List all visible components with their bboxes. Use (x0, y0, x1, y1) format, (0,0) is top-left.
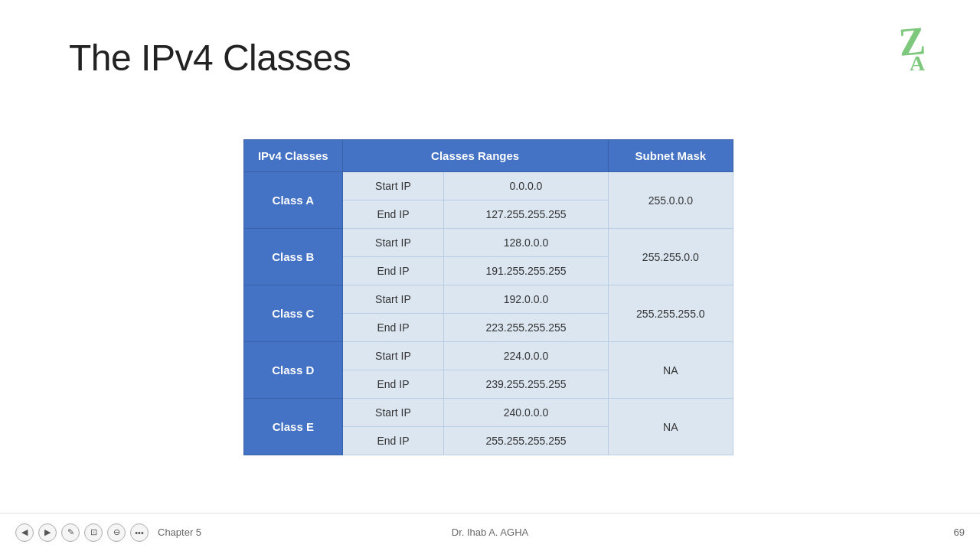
end-label-1: End IP (342, 257, 444, 285)
subnet-cell-4: NA (608, 399, 733, 455)
end-label-4: End IP (342, 427, 444, 455)
slide: The IPv4 Classes Z A IPv4 Classes Classe… (0, 0, 980, 551)
edit-button[interactable]: ✎ (61, 523, 80, 542)
table-row: Class AStart IP0.0.0.0255.0.0.0 (244, 172, 733, 201)
ipv4-table-wrapper: IPv4 Classes Classes Ranges Subnet Mask … (243, 139, 733, 455)
class-cell-class-e: Class E (244, 399, 343, 455)
class-cell-class-c: Class C (244, 285, 343, 342)
start-ip-4: 240.0.0.0 (444, 399, 608, 427)
col-header-subnet: Subnet Mask (608, 140, 733, 172)
col-header-classes: IPv4 Classes (244, 140, 343, 172)
start-ip-3: 224.0.0.0 (444, 342, 608, 370)
nav-back-button[interactable]: ◀ (15, 523, 34, 542)
svg-text:A: A (910, 51, 926, 75)
start-label-1: Start IP (342, 229, 444, 257)
end-ip-0: 127.255.255.255 (444, 201, 608, 229)
end-label-2: End IP (342, 314, 444, 342)
end-ip-1: 191.255.255.255 (444, 257, 608, 285)
bottom-bar: ◀ ▶ ✎ ⊡ ⊖ ••• Chapter 5 Dr. Ihab A. AGHA… (0, 513, 980, 551)
class-cell-class-d: Class D (244, 342, 343, 399)
start-label-0: Start IP (342, 172, 444, 201)
more-button[interactable]: ••• (130, 523, 149, 542)
subnet-cell-2: 255.255.255.0 (608, 285, 733, 342)
class-cell-class-a: Class A (244, 172, 343, 229)
page-number: 69 (954, 527, 965, 538)
subnet-cell-1: 255.255.0.0 (608, 229, 733, 285)
subnet-cell-0: 255.0.0.0 (608, 172, 733, 229)
nav-forward-button[interactable]: ▶ (38, 523, 57, 542)
logo: Z A (896, 15, 957, 84)
start-label-4: Start IP (342, 399, 444, 427)
class-cell-class-b: Class B (244, 229, 343, 285)
ipv4-classes-table: IPv4 Classes Classes Ranges Subnet Mask … (243, 139, 733, 455)
chapter-label: Chapter 5 (158, 527, 201, 538)
author-label: Dr. Ihab A. AGHA (452, 527, 528, 538)
end-label-0: End IP (342, 201, 444, 229)
save-button[interactable]: ⊡ (84, 523, 103, 542)
start-ip-1: 128.0.0.0 (444, 229, 608, 257)
zoom-button[interactable]: ⊖ (107, 523, 126, 542)
bottom-left: ◀ ▶ ✎ ⊡ ⊖ ••• Chapter 5 (15, 523, 201, 542)
start-ip-2: 192.0.0.0 (444, 285, 608, 314)
start-ip-0: 0.0.0.0 (444, 172, 608, 201)
table-row: Class CStart IP192.0.0.0255.255.255.0 (244, 285, 733, 314)
end-ip-4: 255.255.255.255 (444, 427, 608, 455)
table-row: Class DStart IP224.0.0.0NA (244, 342, 733, 370)
col-header-ranges: Classes Ranges (342, 140, 608, 172)
start-label-2: Start IP (342, 285, 444, 314)
end-ip-3: 239.255.255.255 (444, 370, 608, 399)
start-label-3: Start IP (342, 342, 444, 370)
table-row: Class EStart IP240.0.0.0NA (244, 399, 733, 427)
table-row: Class BStart IP128.0.0.0255.255.0.0 (244, 229, 733, 257)
subnet-cell-3: NA (608, 342, 733, 399)
end-label-3: End IP (342, 370, 444, 399)
page-title: The IPv4 Classes (69, 37, 351, 79)
end-ip-2: 223.255.255.255 (444, 314, 608, 342)
nav-controls[interactable]: ◀ ▶ ✎ ⊡ ⊖ ••• (15, 523, 149, 542)
